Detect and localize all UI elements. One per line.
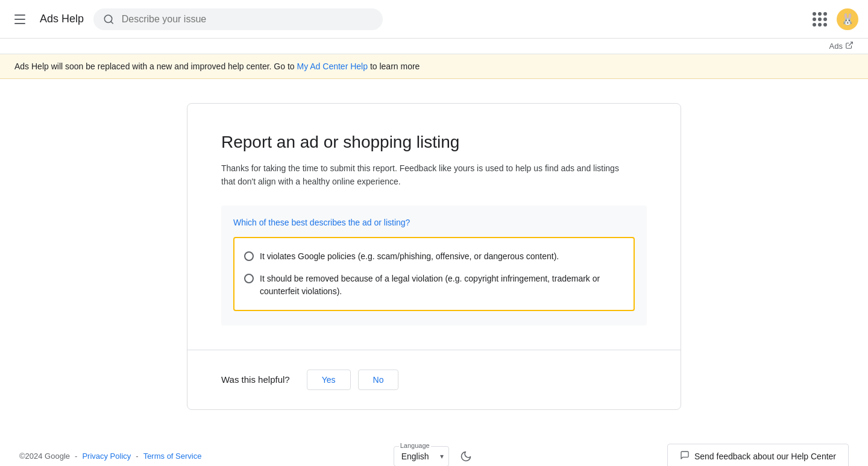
privacy-policy-link[interactable]: Privacy Policy	[82, 452, 131, 461]
avatar[interactable]: 🐰	[837, 8, 858, 30]
option-radio-1[interactable]	[244, 251, 254, 261]
no-button[interactable]: No	[358, 370, 399, 390]
header-right: 🐰	[808, 7, 858, 31]
search-bar	[93, 8, 383, 30]
search-input[interactable]	[122, 14, 373, 25]
svg-line-1	[111, 21, 113, 23]
option-text-1: It violates Google policies (e.g. scam/p…	[260, 250, 559, 263]
card-footer: Was this helpful? Yes No	[187, 350, 681, 409]
feedback-icon	[680, 450, 690, 462]
ads-link[interactable]: Ads	[829, 41, 854, 51]
apps-grid-icon[interactable]	[808, 7, 832, 31]
announcement-banner: Ads Help will soon be replaced with a ne…	[0, 54, 868, 79]
options-box: It violates Google policies (e.g. scam/p…	[233, 237, 635, 311]
option-item-1: It violates Google policies (e.g. scam/p…	[244, 245, 624, 268]
question-label: Which of these best describes the ad or …	[233, 218, 635, 227]
header: Ads Help 🐰	[0, 0, 868, 39]
language-label: Language	[399, 442, 431, 449]
page-footer: ©2024 Google - Privacy Policy - Terms of…	[0, 434, 868, 466]
ads-link-label: Ads	[829, 42, 843, 51]
card-description: Thanks for taking the time to submit thi…	[221, 162, 631, 189]
language-select[interactable]: English Español Français Deutsch 日本語 한국어…	[399, 449, 448, 464]
card-title: Report an ad or shopping listing	[221, 133, 647, 152]
footer-divider-1: -	[75, 452, 77, 461]
feedback-label: Send feedback about our Help Center	[694, 452, 836, 461]
option-item-2: It should be removed because of a legal …	[244, 268, 624, 303]
send-feedback-button[interactable]: Send feedback about our Help Center	[667, 444, 849, 466]
footer-left: ©2024 Google - Privacy Policy - Terms of…	[19, 452, 201, 461]
question-section: Which of these best describes the ad or …	[221, 206, 647, 326]
banner-text-before: Ads Help will soon be replaced with a ne…	[14, 61, 297, 71]
svg-line-2	[849, 42, 852, 46]
option-radio-2[interactable]	[244, 274, 254, 283]
external-link-icon	[845, 41, 854, 51]
footer-divider-2: -	[136, 452, 138, 461]
helpful-label: Was this helpful?	[221, 374, 290, 385]
report-card: Report an ad or shopping listing Thanks …	[187, 103, 681, 410]
main-content: Report an ad or shopping listing Thanks …	[0, 79, 868, 424]
terms-of-service-link[interactable]: Terms of Service	[143, 452, 202, 461]
hamburger-menu-button[interactable]	[10, 10, 30, 29]
app-title: Ads Help	[40, 13, 84, 25]
ads-link-row: Ads	[0, 39, 868, 54]
card-body: Report an ad or shopping listing Thanks …	[187, 104, 681, 350]
header-left: Ads Help	[10, 8, 808, 30]
copyright: ©2024 Google	[19, 452, 70, 461]
my-ad-center-link[interactable]: My Ad Center Help	[297, 61, 368, 71]
language-selector-wrapper: Language English Español Français Deutsc…	[394, 446, 449, 466]
option-text-2: It should be removed because of a legal …	[260, 272, 624, 298]
theme-toggle-button[interactable]	[456, 447, 476, 466]
yes-button[interactable]: Yes	[307, 370, 351, 390]
banner-text-after: to learn more	[368, 61, 420, 71]
helpful-row: Was this helpful? Yes No	[221, 370, 647, 390]
search-icon	[103, 13, 115, 25]
footer-center: Language English Español Français Deutsc…	[394, 446, 476, 466]
